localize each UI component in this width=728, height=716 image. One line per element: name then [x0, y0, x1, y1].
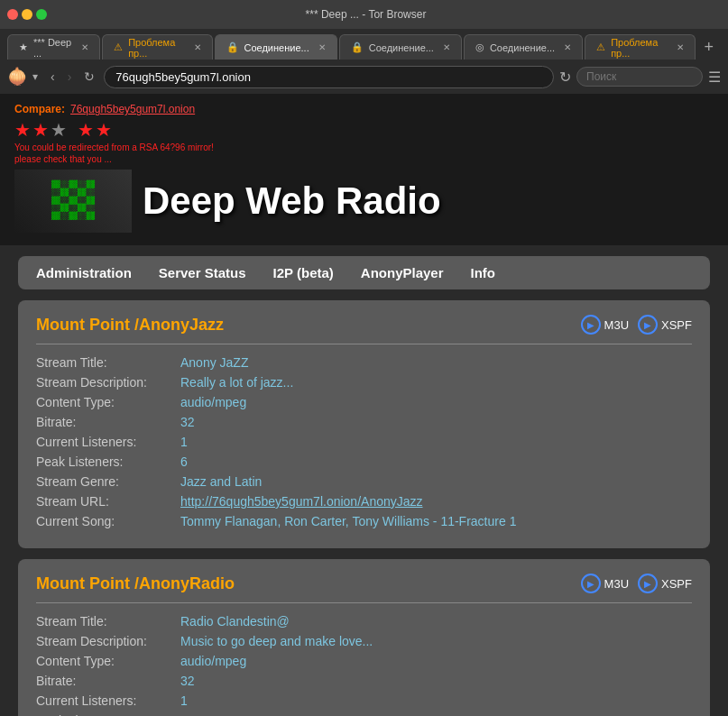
tab-5[interactable]: ◎ Соединение... ✕ — [464, 34, 583, 60]
label-stream-desc-jazz: Stream Description: — [36, 375, 180, 390]
tab-close-1[interactable]: ✕ — [81, 42, 88, 52]
mount-header-anony-radio: Mount Point /AnonyRadio ▶ M3U ▶ XSPF — [36, 574, 692, 603]
reload-icon-button[interactable]: ↻ — [559, 69, 571, 86]
value-bitrate-jazz: 32 — [180, 415, 195, 429]
m3u-label-jazz: M3U — [604, 318, 629, 332]
compare-label: Compare: — [14, 103, 65, 115]
value-stream-title-radio: Radio Clandestin@ — [180, 614, 290, 629]
address-input[interactable] — [104, 66, 554, 88]
value-stream-url-jazz[interactable]: http://76qugh5bey5gum7l.onion/AnonyJazz — [180, 494, 423, 509]
play-icon-xspf-radio: ▶ — [638, 574, 658, 593]
xspf-link-anony-radio[interactable]: ▶ XSPF — [638, 574, 692, 593]
value-content-type-jazz: audio/mpeg — [180, 395, 246, 409]
label-current-song-jazz: Current Song: — [36, 514, 180, 528]
label-current-listeners-jazz: Current Listeners: — [36, 435, 180, 449]
forward-button[interactable]: › — [64, 68, 76, 86]
nav-item-info[interactable]: Info — [471, 265, 496, 280]
minimize-button[interactable] — [22, 9, 32, 20]
label-bitrate-jazz: Bitrate: — [36, 415, 180, 429]
nav-menu: Administration Server Status I2P (beta) … — [18, 256, 710, 289]
maximize-button[interactable] — [36, 9, 47, 20]
value-stream-desc-radio: Music to go deep and make love... — [180, 634, 373, 648]
compare-url[interactable]: 76qugh5bey5gum7l.onion — [70, 103, 195, 115]
logo-pixel-art: ▓▓░░▓▓░░▓▓ ░░▓▓░░▓▓░░ ▓▓░░▓▓░░▓▓ ░░▓▓░░▓… — [51, 181, 95, 221]
warning-text-1: You could be redirected from a RSA 64?96… — [14, 142, 714, 152]
row-stream-genre-jazz: Stream Genre: Jazz and Latin — [36, 474, 692, 489]
tab-label-3: Соединение... — [244, 42, 309, 53]
tab-warning-icon-2: ⚠ — [114, 41, 123, 53]
xspf-label-radio: XSPF — [661, 577, 692, 591]
tab-label-4: Соединение... — [369, 42, 434, 53]
row-bitrate-radio: Bitrate: 32 — [36, 674, 692, 688]
nav-item-administration[interactable]: Administration — [36, 265, 132, 280]
nav-item-i2p[interactable]: I2P (beta) — [273, 265, 334, 280]
tab-favicon-4: 🔒 — [351, 41, 364, 53]
tab-close-4[interactable]: ✕ — [443, 42, 450, 52]
tab-1[interactable]: ★ *** Deep ... ✕ — [7, 34, 100, 60]
mount-card-anony-jazz: Mount Point /AnonyJazz ▶ M3U ▶ XSPF Stre… — [18, 300, 710, 548]
row-current-listeners-jazz: Current Listeners: 1 — [36, 435, 692, 449]
new-tab-button[interactable]: + — [697, 34, 722, 60]
tab-close-5[interactable]: ✕ — [564, 42, 571, 52]
extensions-button[interactable]: ☰ — [708, 69, 721, 86]
tab-label-2: Проблема пр... — [128, 37, 184, 59]
row-content-type-radio: Content Type: audio/mpeg — [36, 654, 692, 668]
tabs-bar: ★ *** Deep ... ✕ ⚠ Проблема пр... ✕ 🔒 Со… — [0, 29, 728, 60]
value-current-song-jazz: Tommy Flanagan, Ron Carter, Tony William… — [180, 514, 516, 528]
mount-header-anony-jazz: Mount Point /AnonyJazz ▶ M3U ▶ XSPF — [36, 315, 692, 344]
window-controls[interactable] — [7, 9, 47, 20]
tab-close-6[interactable]: ✕ — [677, 42, 684, 52]
row-bitrate-jazz: Bitrate: 32 — [36, 415, 692, 429]
address-bar: 🧅 ▾ ‹ › ↻ ↻ ☰ — [0, 60, 728, 94]
play-icon-m3u-jazz: ▶ — [581, 315, 601, 335]
close-button[interactable] — [7, 9, 18, 20]
label-stream-desc-radio: Stream Description: — [36, 634, 180, 648]
menu-button[interactable]: ▾ — [29, 69, 41, 85]
tab-6[interactable]: ⚠ Проблема пр... ✕ — [585, 34, 695, 60]
warning-text-2: please check that you ... — [14, 154, 714, 164]
xspf-link-anony-jazz[interactable]: ▶ XSPF — [638, 315, 692, 335]
tab-2[interactable]: ⚠ Проблема пр... ✕ — [102, 34, 212, 60]
back-button[interactable]: ‹ — [47, 68, 59, 86]
row-current-listeners-radio: Current Listeners: 1 — [36, 693, 692, 708]
tab-favicon-1: ★ — [19, 41, 28, 53]
value-content-type-radio: audio/mpeg — [180, 654, 246, 668]
row-stream-title-jazz: Stream Title: Anony JaZZ — [36, 355, 692, 370]
value-peak-listeners-jazz: 6 — [180, 454, 188, 469]
nav-item-server-status[interactable]: Server Status — [159, 265, 246, 280]
label-stream-url-jazz: Stream URL: — [36, 494, 180, 509]
m3u-link-anony-jazz[interactable]: ▶ M3U — [581, 315, 629, 335]
star-2: ★ — [32, 119, 49, 141]
tab-warning-icon-6: ⚠ — [596, 41, 605, 53]
value-current-listeners-radio: 1 — [180, 693, 188, 708]
tab-close-2[interactable]: ✕ — [194, 42, 201, 52]
label-stream-genre-jazz: Stream Genre: — [36, 474, 180, 489]
nav-item-anonyplayer[interactable]: AnonyPlayer — [361, 265, 444, 280]
reload-button[interactable]: ↻ — [80, 68, 98, 86]
xspf-label-jazz: XSPF — [661, 318, 692, 332]
row-peak-listeners-jazz: Peak Listeners: 6 — [36, 454, 692, 469]
row-stream-desc-jazz: Stream Description: Really a lot of jazz… — [36, 375, 692, 390]
m3u-label-radio: M3U — [604, 577, 629, 591]
play-icon-xspf-jazz: ▶ — [638, 315, 658, 335]
row-stream-desc-radio: Stream Description: Music to go deep and… — [36, 634, 692, 648]
tab-favicon-3: 🔒 — [226, 41, 239, 53]
compare-bar: Compare: 76qugh5bey5gum7l.onion — [14, 103, 714, 115]
site-header: Compare: 76qugh5bey5gum7l.onion ★ ★ ★ ★ … — [0, 94, 728, 245]
mount-card-anony-radio: Mount Point /AnonyRadio ▶ M3U ▶ XSPF Str… — [18, 559, 710, 716]
value-stream-genre-jazz: Jazz and Latin — [180, 474, 262, 489]
tab-3[interactable]: 🔒 Соединение... ✕ — [215, 34, 337, 60]
label-content-type-radio: Content Type: — [36, 654, 180, 668]
value-current-listeners-jazz: 1 — [180, 435, 188, 449]
mount-title-anony-jazz: Mount Point /AnonyJazz — [36, 316, 224, 335]
row-content-type-jazz: Content Type: audio/mpeg — [36, 395, 692, 409]
row-stream-url-jazz: Stream URL: http://76qugh5bey5gum7l.onio… — [36, 494, 692, 509]
search-input[interactable] — [576, 67, 703, 87]
tab-close-3[interactable]: ✕ — [318, 42, 326, 52]
site-title: Deep Web Radio — [143, 179, 441, 223]
star-4: ★ — [78, 119, 94, 141]
label-bitrate-radio: Bitrate: — [36, 674, 180, 688]
m3u-link-anony-radio[interactable]: ▶ M3U — [581, 574, 629, 593]
tab-favicon-5: ◎ — [475, 41, 484, 53]
tab-4[interactable]: 🔒 Соединение... ✕ — [339, 34, 462, 60]
